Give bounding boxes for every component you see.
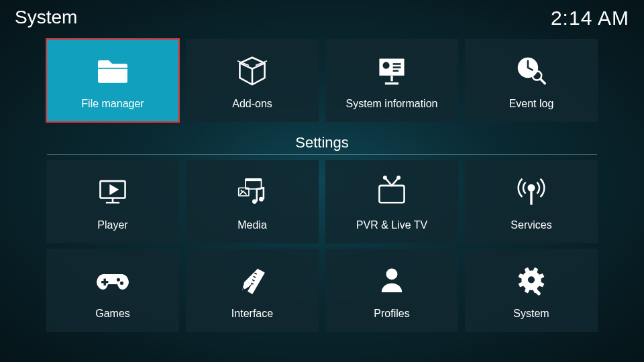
tv-antenna-icon	[372, 172, 412, 213]
tile-label: PVR & Live TV	[356, 219, 427, 231]
svg-point-26	[528, 276, 535, 283]
tile-label: Profiles	[374, 308, 409, 320]
svg-point-15	[259, 197, 264, 202]
tile-system-information[interactable]: System information	[325, 39, 458, 122]
tile-label: Games	[95, 308, 130, 320]
tile-services[interactable]: Services	[465, 160, 598, 243]
monitor-play-icon	[93, 172, 133, 213]
broadcast-icon	[511, 172, 551, 213]
svg-rect-21	[101, 281, 108, 283]
svg-point-25	[386, 268, 398, 280]
svg-rect-11	[246, 179, 262, 181]
svg-rect-16	[379, 186, 404, 202]
tile-media[interactable]: Media	[186, 160, 319, 243]
tile-label: Player	[97, 219, 127, 231]
tile-event-log[interactable]: Event log	[465, 39, 598, 122]
svg-rect-5	[393, 70, 398, 72]
media-collection-icon	[232, 172, 272, 213]
gamepad-icon	[93, 261, 133, 301]
clock-search-icon	[511, 51, 551, 91]
svg-point-13	[241, 190, 243, 192]
svg-point-17	[384, 176, 386, 178]
tile-label: Media	[237, 219, 267, 231]
tile-addons[interactable]: Add-ons	[186, 39, 319, 122]
box-open-icon	[232, 51, 272, 91]
tile-label: Interface	[231, 308, 273, 320]
svg-point-2	[383, 62, 390, 69]
svg-rect-4	[393, 66, 401, 68]
svg-point-19	[529, 185, 534, 190]
tile-label: Event log	[509, 98, 554, 110]
svg-rect-3	[393, 63, 401, 65]
pencil-ruler-icon	[232, 261, 272, 301]
tile-player[interactable]: Player	[46, 160, 179, 243]
tile-pvr-live-tv[interactable]: PVR & Live TV	[325, 160, 458, 243]
tile-file-manager[interactable]: File manager	[46, 39, 179, 122]
tile-interface[interactable]: Interface	[186, 249, 319, 332]
presentation-chart-icon	[372, 51, 412, 91]
svg-point-22	[117, 278, 120, 282]
person-icon	[372, 261, 412, 301]
clock: 2:14 AM	[551, 7, 629, 29]
tile-label: System information	[346, 98, 438, 110]
tile-system[interactable]: System	[465, 249, 598, 332]
svg-rect-1	[390, 76, 392, 81]
svg-point-18	[397, 176, 399, 178]
tile-label: File manager	[81, 98, 144, 110]
svg-point-14	[252, 199, 257, 204]
svg-point-23	[120, 282, 123, 285]
page-title: System	[15, 7, 77, 28]
folder-icon	[93, 51, 133, 91]
gear-wrench-icon	[511, 261, 551, 301]
tile-label: Add-ons	[232, 98, 272, 110]
tile-games[interactable]: Games	[46, 249, 179, 332]
tile-profiles[interactable]: Profiles	[325, 249, 458, 332]
tile-label: System	[513, 308, 549, 320]
section-title-settings: Settings	[47, 134, 597, 155]
tile-label: Services	[511, 219, 551, 231]
